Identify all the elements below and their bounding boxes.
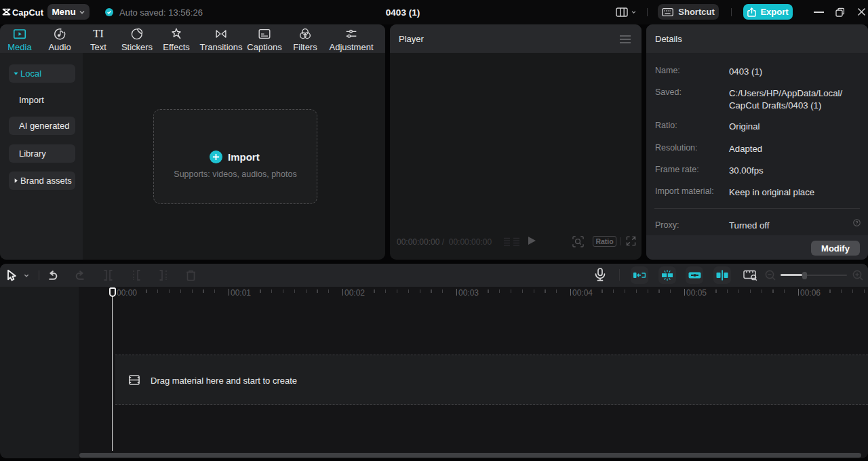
svg-text:TI: TI bbox=[93, 27, 104, 40]
